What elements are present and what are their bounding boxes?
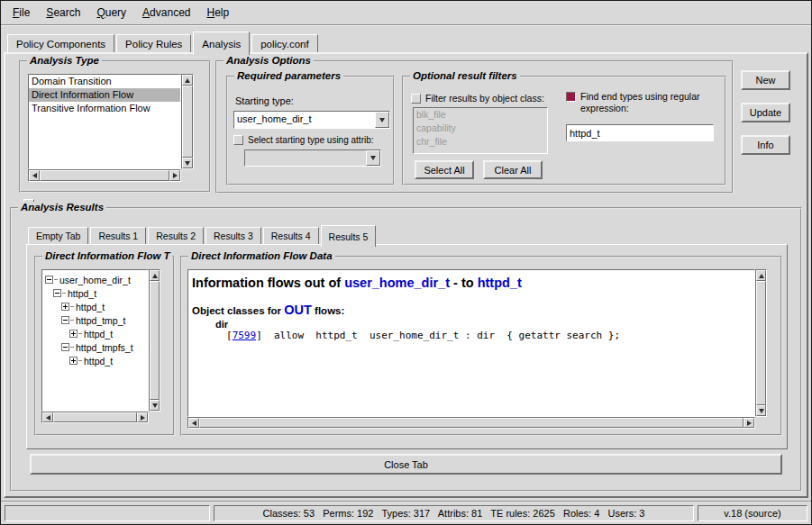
scroll-up-button[interactable] (756, 270, 766, 281)
new-button[interactable]: New (741, 70, 790, 90)
tree-node-label[interactable]: httpd_tmpfs_t (76, 342, 133, 353)
filter-by-class-checkbox[interactable] (411, 94, 421, 104)
tree-expand-icon[interactable] (61, 303, 69, 311)
tree-collapse-icon[interactable] (53, 289, 61, 297)
scroll-up-button[interactable] (182, 75, 193, 86)
scroll-thumb[interactable] (53, 412, 137, 422)
flow-text-hscrollbar[interactable] (187, 417, 755, 429)
select-all-button[interactable]: Select All (415, 160, 474, 179)
update-button[interactable]: Update (741, 103, 790, 122)
scroll-down-button[interactable] (756, 405, 766, 416)
tab-empty-tab[interactable]: Empty Tab (28, 227, 88, 244)
tree-connector (78, 333, 82, 334)
scroll-left-button[interactable] (42, 412, 53, 422)
scroll-right-button[interactable] (169, 170, 180, 181)
menu-help[interactable]: Help (198, 4, 237, 22)
object-class-listbox: blk_file capability chr_file (413, 107, 548, 154)
tab-policy-rules[interactable]: Policy Rules (116, 34, 191, 52)
tab-policy-conf[interactable]: policy.conf (251, 34, 317, 52)
clear-all-button[interactable]: Clear All (483, 160, 543, 179)
info-button[interactable]: Info (741, 135, 790, 155)
regex-entry[interactable] (566, 124, 714, 141)
analysis-options-title: Analysis Options (224, 55, 314, 66)
arrow-down-icon (759, 409, 764, 413)
tree-expand-icon[interactable] (69, 357, 78, 365)
tree-node[interactable]: httpd_t (43, 354, 147, 367)
tab-analysis[interactable]: Analysis (193, 32, 250, 55)
tree-connector (78, 360, 82, 361)
tree-node[interactable]: httpd_t (43, 327, 147, 340)
scroll-left-button[interactable] (29, 170, 40, 181)
tree-collapse-icon[interactable] (45, 276, 53, 284)
results-page-frame: Direct Information Flow T user_home_dir_… (26, 244, 788, 449)
tree-node[interactable]: user_home_dir_t (43, 273, 147, 286)
starting-type-dropdown-button[interactable] (375, 112, 389, 128)
menu-search[interactable]: Search (38, 4, 88, 22)
regex-checkbox[interactable] (566, 92, 576, 102)
tree-node-label[interactable]: httpd_t (76, 302, 105, 312)
scroll-left-button[interactable] (188, 418, 199, 428)
scroll-thumb[interactable] (40, 170, 169, 181)
tree-node-label[interactable]: httpd_t (84, 356, 113, 367)
scroll-up-button[interactable] (150, 270, 160, 281)
tab-results-2[interactable]: Results 2 (148, 227, 204, 244)
flow-tree[interactable]: user_home_dir_t httpd_t httpd_t httpd_tm… (41, 269, 149, 412)
tab-results-5[interactable]: Results 5 (321, 225, 377, 247)
starting-type-combobox[interactable]: user_home_dir_t (233, 111, 390, 129)
scroll-thumb[interactable] (756, 281, 766, 405)
tree-node-label[interactable]: httpd_tmp_t (76, 315, 125, 326)
starting-type-value: user_home_dir_t (234, 112, 375, 128)
tree-node[interactable]: httpd_tmpfs_t (43, 340, 147, 354)
menubar: File Search Query Advanced Help (1, 1, 811, 25)
scroll-right-button[interactable] (744, 418, 754, 428)
analysis-type-item-transitive-information-flow[interactable]: Transitive Information Flow (29, 102, 180, 115)
tree-collapse-icon[interactable] (61, 343, 69, 351)
arrow-left-icon (192, 421, 196, 426)
scroll-down-button[interactable] (182, 158, 193, 168)
rule-bracket-close: ] (256, 330, 262, 341)
tab-results-4[interactable]: Results 4 (263, 227, 319, 244)
attrib-combobox (244, 149, 381, 167)
close-tab-button[interactable]: Close Tab (30, 454, 782, 475)
menu-file[interactable]: File (5, 4, 38, 22)
tree-collapse-icon[interactable] (61, 316, 69, 324)
tree-node-label[interactable]: httpd_t (84, 329, 113, 339)
rule-bracket-open: [ (226, 330, 233, 341)
tree-node-label[interactable]: httpd_t (68, 288, 96, 299)
analysis-type-hscrollbar[interactable] (28, 169, 181, 182)
rule-id-link[interactable]: 7599 (233, 330, 257, 341)
analysis-page: Analysis Type Domain Transition Direct I… (4, 52, 808, 498)
scroll-thumb[interactable] (182, 86, 193, 158)
tab-results-1[interactable]: Results 1 (90, 227, 146, 244)
tree-expand-icon[interactable] (69, 330, 78, 338)
tree-connector (70, 320, 74, 321)
arrow-left-icon (46, 415, 50, 421)
tree-node[interactable]: httpd_tmp_t (43, 313, 147, 327)
tree-node[interactable]: httpd_t (43, 286, 147, 300)
flow-text-vscrollbar[interactable] (755, 269, 767, 417)
arrow-right-icon (141, 415, 145, 421)
scroll-right-button[interactable] (137, 412, 148, 422)
tree-node[interactable]: httpd_t (43, 300, 147, 313)
tab-policy-components[interactable]: Policy Components (7, 34, 114, 52)
attrib-checkbox-row[interactable]: Select starting type using attrib: (233, 134, 392, 146)
regex-input[interactable] (567, 125, 713, 140)
scroll-down-button[interactable] (150, 400, 160, 411)
menu-query-label: uery (105, 6, 126, 19)
analysis-type-vscrollbar[interactable] (181, 74, 194, 169)
tree-node-label[interactable]: user_home_dir_t (59, 275, 131, 285)
menu-help-label: elp (214, 6, 229, 19)
scroll-thumb[interactable] (150, 281, 160, 400)
attrib-checkbox[interactable] (233, 135, 243, 145)
tree-vscrollbar[interactable] (149, 269, 160, 412)
menu-advanced[interactable]: Advanced (134, 4, 198, 22)
menu-query[interactable]: Query (88, 4, 134, 22)
scroll-thumb[interactable] (199, 418, 744, 428)
filter-by-class-checkbox-row[interactable]: Filter results by object class: (411, 93, 562, 104)
tab-results-3[interactable]: Results 3 (205, 227, 261, 244)
analysis-type-item-domain-transition[interactable]: Domain Transition (29, 75, 180, 88)
regex-checkbox-row[interactable]: Find end types using regular expression: (566, 91, 719, 114)
analysis-type-item-direct-information-flow[interactable]: Direct Information Flow (29, 88, 180, 102)
analysis-type-listbox[interactable]: Domain Transition Direct Information Flo… (28, 74, 181, 169)
tree-hscrollbar[interactable] (41, 412, 149, 423)
